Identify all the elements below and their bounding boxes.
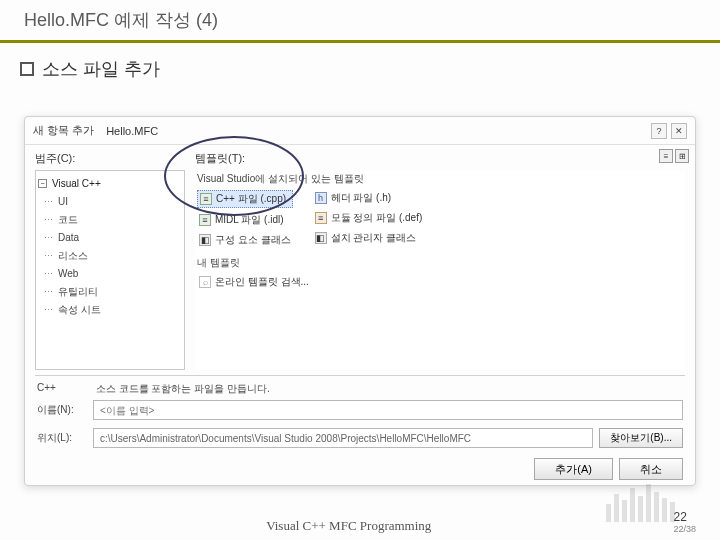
name-row: 이름(N): (25, 396, 695, 424)
tree-item-ui[interactable]: UI (40, 193, 180, 211)
location-input[interactable] (93, 428, 593, 448)
installer-icon: ◧ (315, 232, 327, 244)
location-row: 위치(L): 찾아보기(B)... (25, 424, 695, 452)
dialog-titlebar[interactable]: 새 항목 추가 Hello.MFC ? ✕ (25, 117, 695, 145)
tree-item-data[interactable]: Data (40, 229, 180, 247)
template-label-text: 헤더 파일 (.h) (331, 191, 392, 205)
template-installer-class[interactable]: ◧ 설치 관리자 클래스 (313, 230, 425, 246)
template-header-file[interactable]: h 헤더 파일 (.h) (313, 190, 425, 206)
tree-collapse-icon[interactable]: − (38, 179, 47, 188)
add-button[interactable]: 추가(A) (534, 458, 613, 480)
bullet-text: 소스 파일 추가 (42, 57, 160, 81)
category-tree[interactable]: − Visual C++ UI 코드 Data 리소스 Web 유틸리티 속성 … (35, 170, 185, 370)
dialog-project-name: Hello.MFC (106, 125, 158, 137)
description-text: 소스 코드를 포함하는 파일을 만듭니다. (96, 383, 270, 394)
name-label: 이름(N): (37, 403, 93, 417)
slide-title-text: Hello.MFC 예제 작성 (4) (24, 8, 218, 32)
view-list-icon[interactable]: ≡ (659, 149, 673, 163)
cancel-button[interactable]: 취소 (619, 458, 683, 480)
tree-item-propsheet[interactable]: 속성 시트 (40, 301, 180, 319)
category-label: 범주(C): (35, 151, 185, 166)
template-component-class[interactable]: ◧ 구성 요소 클래스 (197, 232, 293, 248)
template-label-text: 구성 요소 클래스 (215, 233, 291, 247)
template-label-text: MIDL 파일 (.idl) (215, 213, 284, 227)
category-column: 범주(C): − Visual C++ UI 코드 Data 리소스 Web 유… (35, 151, 185, 373)
dialog-footer: 추가(A) 취소 (25, 452, 695, 488)
tree-root[interactable]: − Visual C++ (40, 175, 180, 193)
templates-installed-heading: Visual Studio에 설치되어 있는 템플릿 (197, 172, 683, 186)
description-row: C++ 소스 코드를 포함하는 파일을 만듭니다. (25, 376, 695, 396)
add-new-item-dialog: 새 항목 추가 Hello.MFC ? ✕ ≡ ⊞ 범주(C): − Visua… (24, 116, 696, 486)
templates-my-heading: 내 템플릿 (197, 256, 683, 270)
slide-footer: Visual C++ MFC Programming 22 22/38 (0, 510, 720, 534)
template-def-file[interactable]: ≡ 모듈 정의 파일 (.def) (313, 210, 425, 226)
page-number: 22 (673, 510, 686, 524)
view-switch: ≡ ⊞ (659, 149, 689, 163)
template-online-search[interactable]: ⌕ 온라인 템플릿 검색... (197, 274, 683, 290)
cpp-file-icon: ≡ (200, 193, 212, 205)
template-midl-file[interactable]: ≡ MIDL 파일 (.idl) (197, 212, 293, 228)
template-label-text: 온라인 템플릿 검색... (215, 275, 309, 289)
dialog-body: ≡ ⊞ 범주(C): − Visual C++ UI 코드 Data 리소스 W… (25, 145, 695, 375)
name-input[interactable] (93, 400, 683, 420)
help-button[interactable]: ? (651, 123, 667, 139)
tree-root-label: Visual C++ (52, 178, 101, 189)
template-label-text: 설치 관리자 클래스 (331, 231, 417, 245)
template-label-text: 모듈 정의 파일 (.def) (331, 211, 423, 225)
footer-center-text: Visual C++ MFC Programming (24, 518, 673, 534)
template-label: 템플릿(T): (195, 151, 685, 166)
def-file-icon: ≡ (315, 212, 327, 224)
close-button[interactable]: ✕ (671, 123, 687, 139)
tree-item-code[interactable]: 코드 (40, 211, 180, 229)
tree-item-web[interactable]: Web (40, 265, 180, 283)
description-prefix: C++ (37, 382, 93, 393)
dialog-title: 새 항목 추가 (33, 123, 94, 138)
slide-title: Hello.MFC 예제 작성 (4) (0, 0, 720, 40)
template-label-text: C++ 파일 (.cpp) (216, 192, 286, 206)
h-file-icon: h (315, 192, 327, 204)
template-list[interactable]: Visual Studio에 설치되어 있는 템플릿 ≡ C++ 파일 (.cp… (195, 170, 685, 370)
bullet-line: 소스 파일 추가 (0, 43, 720, 89)
template-cpp-file[interactable]: ≡ C++ 파일 (.cpp) (197, 190, 293, 208)
search-icon: ⌕ (199, 276, 211, 288)
bullet-square-icon (20, 62, 34, 76)
footer-page: 22 22/38 (673, 510, 696, 534)
tree-item-utility[interactable]: 유틸리티 (40, 283, 180, 301)
page-sub: 22/38 (673, 524, 696, 534)
template-column: 템플릿(T): Visual Studio에 설치되어 있는 템플릿 ≡ C++… (185, 151, 685, 373)
location-label: 위치(L): (37, 431, 93, 445)
idl-file-icon: ≡ (199, 214, 211, 226)
view-grid-icon[interactable]: ⊞ (675, 149, 689, 163)
class-icon: ◧ (199, 234, 211, 246)
browse-button[interactable]: 찾아보기(B)... (599, 428, 683, 448)
tree-item-resource[interactable]: 리소스 (40, 247, 180, 265)
